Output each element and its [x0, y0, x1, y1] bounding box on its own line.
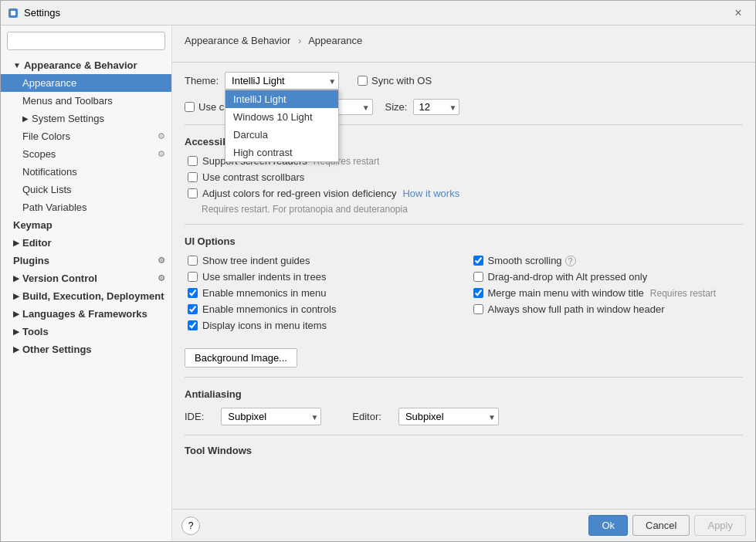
antialiasing-section: Antialiasing IDE: Subpixel Greyscale No …: [185, 388, 743, 425]
expand-arrow: ▶: [13, 274, 19, 283]
how-it-works-link[interactable]: How it works: [402, 188, 459, 199]
theme-select[interactable]: IntelliJ Light Windows 10 Light Darcula …: [225, 72, 339, 90]
sidebar-item-build-execution[interactable]: ▶ Build, Execution, Deployment: [1, 287, 171, 305]
merge-main-menu-label: Merge main menu with window title: [488, 287, 644, 299]
sidebar-item-appearance[interactable]: Appearance: [1, 74, 171, 92]
theme-dropdown-popup: IntelliJ Light Windows 10 Light Darcula …: [225, 90, 339, 162]
sidebar-item-other-settings[interactable]: ▶ Other Settings: [1, 340, 171, 358]
sidebar-item-menus-toolbars[interactable]: Menus and Toolbars: [1, 92, 171, 110]
sidebar-item-keymap[interactable]: Keymap: [1, 216, 171, 234]
sidebar-item-label: Other Settings: [22, 344, 92, 355]
settings-icon: ⚙: [158, 131, 165, 141]
settings-icon: ⚙: [158, 273, 165, 283]
contrast-scrollbars-checkbox[interactable]: [188, 172, 198, 182]
dropdown-item-intellij-light[interactable]: IntelliJ Light: [225, 90, 338, 108]
editor-aa-select[interactable]: Subpixel Greyscale No antialiasing: [398, 408, 499, 425]
settings-icon: ⚙: [158, 149, 165, 159]
theme-label: Theme:: [185, 75, 219, 86]
display-icons-menu-checkbox[interactable]: [188, 320, 198, 330]
sidebar-item-label: Path Variables: [22, 202, 87, 213]
smooth-scrolling-checkbox[interactable]: [473, 256, 483, 266]
breadcrumb-part1: Appearance & Behavior: [185, 35, 290, 46]
enable-mnemonics-controls-row: Enable mnemonics in controls: [185, 303, 458, 315]
show-tree-indent-checkbox[interactable]: [188, 256, 198, 266]
enable-mnemonics-controls-checkbox[interactable]: [188, 304, 198, 314]
sidebar-item-label: File Colors: [22, 130, 70, 142]
sidebar-item-file-colors[interactable]: File Colors ⚙: [1, 127, 171, 145]
enable-mnemonics-menu-row: Enable mnemonics in menu: [185, 287, 458, 299]
display-icons-menu-label: Display icons in menu items: [202, 320, 327, 331]
sidebar-item-label: Appearance & Behavior: [24, 59, 137, 71]
smooth-scrolling-row: Smooth scrolling ?: [470, 255, 744, 266]
sync-os-checkbox[interactable]: [358, 76, 368, 86]
sidebar-item-languages-frameworks[interactable]: ▶ Languages & Frameworks: [1, 305, 171, 323]
ui-options-left: Show tree indent guides Use smaller inde…: [185, 255, 458, 336]
use-custom-font-checkbox[interactable]: [185, 102, 195, 112]
sidebar-item-appearance-behavior[interactable]: ▼ Appearance & Behavior: [1, 56, 171, 74]
window-title: Settings: [24, 7, 727, 19]
contrast-scrollbars-row: Use contrast scrollbars: [185, 171, 743, 183]
sidebar-item-label: System Settings: [32, 113, 104, 124]
sidebar-item-quick-lists[interactable]: Quick Lists: [1, 181, 171, 198]
bottom-bar: ? Ok Cancel Apply: [172, 509, 755, 541]
sidebar-item-editor[interactable]: ▶ Editor: [1, 234, 171, 252]
sidebar-item-path-variables[interactable]: Path Variables: [1, 198, 171, 216]
sync-os-wrapper: Sync with OS: [358, 75, 432, 86]
always-show-full-path-checkbox[interactable]: [473, 304, 483, 314]
sidebar-item-system-settings[interactable]: ▶ System Settings: [1, 110, 171, 127]
sidebar-item-label: Quick Lists: [22, 184, 72, 195]
sidebar-item-label: Editor: [22, 237, 52, 249]
top-divider: [172, 62, 755, 63]
adjust-colors-row: Adjust colors for red-green vision defic…: [185, 188, 743, 199]
search-input[interactable]: [7, 32, 165, 50]
sidebar-item-label: Menus and Toolbars: [22, 95, 113, 107]
sidebar-item-notifications[interactable]: Notifications: [1, 163, 171, 181]
apply-button[interactable]: Apply: [694, 515, 746, 536]
cancel-button[interactable]: Cancel: [632, 515, 690, 536]
sidebar-item-label: Tools: [22, 326, 49, 337]
sidebar-item-tools[interactable]: ▶ Tools: [1, 323, 171, 340]
support-screen-readers-checkbox[interactable]: [188, 156, 198, 166]
settings-content: Theme: IntelliJ Light Windows 10 Light D…: [172, 72, 755, 509]
background-image-button[interactable]: Background Image...: [185, 348, 297, 368]
dropdown-item-high-contrast[interactable]: High contrast: [225, 144, 338, 161]
ui-options-header: UI Options: [185, 235, 743, 247]
adjust-colors-checkbox[interactable]: [188, 188, 198, 198]
titlebar: Settings ×: [1, 1, 755, 25]
sidebar-item-label: Notifications: [22, 166, 77, 178]
dropdown-item-win10-light[interactable]: Windows 10 Light: [225, 108, 338, 126]
svg-rect-1: [11, 11, 15, 15]
always-show-full-path-label: Always show full path in window header: [488, 303, 665, 315]
tool-windows-label: Tool Windows: [185, 445, 743, 456]
sidebar-item-label: Version Control: [22, 273, 97, 284]
drag-drop-alt-label: Drag-and-drop with Alt pressed only: [488, 271, 648, 283]
dropdown-item-darcula[interactable]: Darcula: [225, 126, 338, 144]
display-icons-menu-row: Display icons in menu items: [185, 320, 458, 331]
close-button[interactable]: ×: [727, 2, 749, 24]
smaller-indents-row: Use smaller indents in trees: [185, 271, 458, 283]
smaller-indents-checkbox[interactable]: [188, 272, 198, 282]
settings-icon: ⚙: [158, 256, 165, 266]
smooth-scrolling-help-icon[interactable]: ?: [565, 256, 576, 266]
sidebar-item-scopes[interactable]: Scopes ⚙: [1, 145, 171, 163]
enable-mnemonics-menu-checkbox[interactable]: [188, 288, 198, 298]
expand-arrow: ▶: [13, 345, 19, 354]
editor-aa-select-wrapper: Subpixel Greyscale No antialiasing ▼: [398, 408, 499, 425]
smooth-scrolling-label: Smooth scrolling: [488, 255, 562, 266]
size-label: Size:: [385, 101, 408, 113]
size-select[interactable]: 12: [413, 99, 459, 115]
drag-drop-alt-checkbox[interactable]: [473, 272, 483, 282]
expand-arrow: ▶: [13, 239, 19, 247]
section-divider-4: [185, 435, 743, 435]
ide-aa-select-wrapper: Subpixel Greyscale No antialiasing ▼: [221, 408, 321, 425]
merge-main-menu-checkbox[interactable]: [473, 288, 483, 298]
sidebar-item-version-control[interactable]: ▶ Version Control ⚙: [1, 269, 171, 287]
always-show-full-path-row: Always show full path in window header: [470, 303, 744, 315]
sidebar-item-plugins[interactable]: Plugins ⚙: [1, 252, 171, 269]
ide-aa-select[interactable]: Subpixel Greyscale No antialiasing: [221, 408, 321, 425]
expand-arrow: ▶: [13, 327, 19, 336]
breadcrumb-separator: ›: [298, 35, 301, 46]
ui-options-grid: Show tree indent guides Use smaller inde…: [185, 255, 743, 336]
help-button[interactable]: ?: [181, 517, 200, 535]
ok-button[interactable]: Ok: [588, 515, 628, 536]
